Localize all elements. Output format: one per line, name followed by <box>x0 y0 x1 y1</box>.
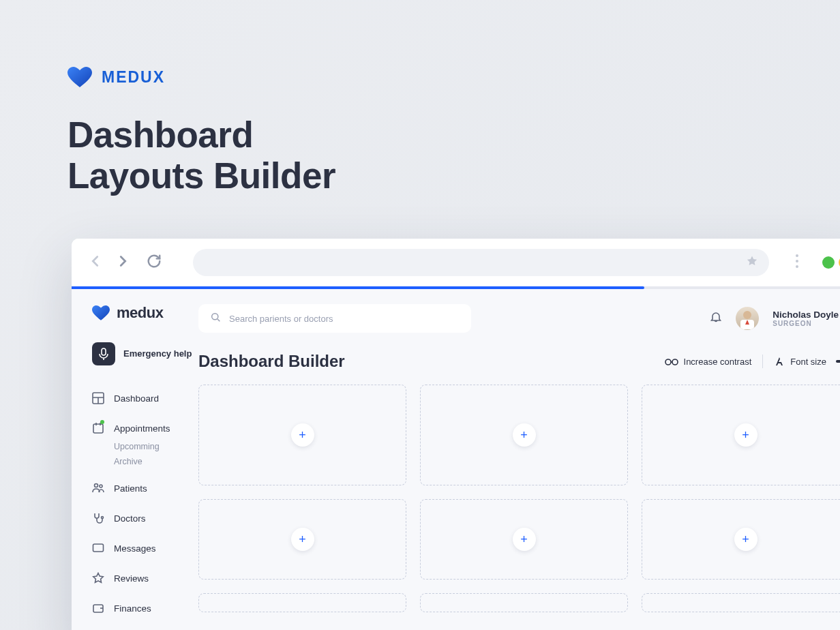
svg-point-8 <box>102 517 104 519</box>
sidebar-item-dashboard[interactable]: Dashboard <box>92 383 198 413</box>
address-bar[interactable] <box>193 249 769 276</box>
hero-brand: MEDUX <box>102 68 165 87</box>
star-icon <box>92 572 104 584</box>
back-icon[interactable] <box>88 254 103 271</box>
svg-point-7 <box>100 485 102 487</box>
svg-point-11 <box>212 313 218 319</box>
nav-list: Dashboard Appointments Upcomming Archive… <box>92 383 198 623</box>
svg-rect-9 <box>93 544 104 552</box>
divider <box>762 355 763 368</box>
page-title: Dashboard Builder <box>198 352 345 371</box>
svg-point-1 <box>796 260 798 262</box>
builder-slot[interactable]: + <box>420 385 628 485</box>
traffic-green-icon <box>822 256 835 269</box>
font-size-slider[interactable] <box>836 360 840 363</box>
messages-icon <box>92 542 104 554</box>
forward-icon[interactable] <box>115 254 130 271</box>
tool-label: Increase contrast <box>684 357 752 367</box>
user-role: SURGEON <box>772 320 839 327</box>
increase-contrast-button[interactable]: Increase contrast <box>665 357 752 367</box>
sidebar-item-reviews[interactable]: Reviews <box>92 563 198 593</box>
search-icon <box>211 312 221 325</box>
builder-slot[interactable]: + <box>198 499 406 580</box>
more-icon[interactable] <box>795 254 799 271</box>
builder-grid-row-3: + + + <box>198 593 840 612</box>
bell-icon[interactable] <box>710 311 722 326</box>
star-icon[interactable] <box>746 255 758 270</box>
sidebar-item-messages[interactable]: Messages <box>92 533 198 563</box>
svg-rect-5 <box>93 424 103 433</box>
main: Nicholas Doyle SURGEON Dashboard Builder… <box>198 289 840 630</box>
sidebar: medux Emergency help Dashboard Appointme… <box>72 289 198 630</box>
sidebar-item-patients[interactable]: Patients <box>92 473 198 503</box>
browser-window: medux Emergency help Dashboard Appointme… <box>72 239 840 630</box>
app-logo[interactable]: medux <box>92 304 198 322</box>
svg-point-2 <box>796 265 798 268</box>
builder-grid-row-1: + + + <box>198 385 840 485</box>
hero-title: Dashboard Layouts Builder <box>68 115 335 197</box>
sidebar-item-label: Dashboard <box>114 393 159 404</box>
heart-icon <box>92 305 110 320</box>
svg-point-12 <box>743 311 751 319</box>
emergency-label: Emergency help <box>123 348 192 359</box>
search-input[interactable] <box>198 304 471 333</box>
plus-icon[interactable]: + <box>734 528 758 551</box>
sidebar-item-label: Appointments <box>114 423 170 434</box>
nav-sublist: Upcomming Archive <box>114 440 198 468</box>
stethoscope-icon <box>92 512 104 524</box>
wallet-icon <box>92 602 104 614</box>
builder-grid-row-2: + + + <box>198 499 840 580</box>
builder-slot[interactable]: + <box>642 593 840 612</box>
heart-icon <box>68 67 92 87</box>
browser-toolbar <box>72 239 840 286</box>
hero-title-line1: Dashboard <box>68 115 253 155</box>
svg-point-14 <box>665 359 671 365</box>
reload-icon[interactable] <box>147 254 162 271</box>
content-header: Dashboard Builder Increase contrast Font… <box>198 352 840 371</box>
hero: MEDUX Dashboard Layouts Builder <box>68 67 335 197</box>
plus-icon[interactable]: + <box>734 423 758 447</box>
plus-icon[interactable]: + <box>513 423 536 447</box>
builder-slot[interactable]: + <box>420 499 628 580</box>
font-size-control[interactable]: Font size <box>774 356 840 367</box>
builder-slot[interactable]: + <box>198 385 406 485</box>
tool-label: Font size <box>790 357 826 367</box>
plus-icon[interactable]: + <box>513 528 536 551</box>
user-name: Nicholas Doyle <box>772 310 839 320</box>
font-icon <box>774 356 785 367</box>
dashboard-icon <box>92 392 104 404</box>
svg-point-0 <box>796 254 798 257</box>
page-load-progress <box>72 286 840 289</box>
search-field[interactable] <box>229 314 459 324</box>
patients-icon <box>92 482 104 494</box>
avatar[interactable] <box>736 307 759 330</box>
notification-dot-icon <box>100 420 104 424</box>
sidebar-item-label: Messages <box>114 543 156 554</box>
mic-icon[interactable] <box>92 342 115 365</box>
window-controls <box>822 256 840 269</box>
emergency-help[interactable]: Emergency help <box>92 342 198 365</box>
hero-title-line2: Layouts Builder <box>68 155 335 196</box>
sidebar-item-doctors[interactable]: Doctors <box>92 503 198 533</box>
sidebar-item-label: Patients <box>114 483 147 494</box>
builder-slot[interactable]: + <box>642 385 840 485</box>
sidebar-item-label: Finances <box>114 603 151 614</box>
svg-point-15 <box>672 359 678 365</box>
sidebar-item-label: Reviews <box>114 573 149 584</box>
builder-slot[interactable]: + <box>642 499 840 580</box>
plus-icon[interactable]: + <box>291 528 314 551</box>
sidebar-item-appointments[interactable]: Appointments <box>92 413 198 443</box>
sidebar-item-label: Doctors <box>114 513 146 524</box>
app-brand: medux <box>117 304 163 322</box>
glasses-icon <box>665 357 678 366</box>
plus-icon[interactable]: + <box>291 423 314 447</box>
svg-point-6 <box>95 484 98 487</box>
builder-slot[interactable]: + <box>198 593 406 612</box>
sidebar-item-finances[interactable]: Finances <box>92 593 198 623</box>
svg-rect-3 <box>102 348 106 355</box>
main-top-bar: Nicholas Doyle SURGEON <box>198 304 840 333</box>
builder-slot[interactable]: + <box>420 593 628 612</box>
hero-logo: MEDUX <box>68 67 335 87</box>
sidebar-subitem-archive[interactable]: Archive <box>114 455 198 468</box>
user-meta[interactable]: Nicholas Doyle SURGEON <box>772 310 839 327</box>
